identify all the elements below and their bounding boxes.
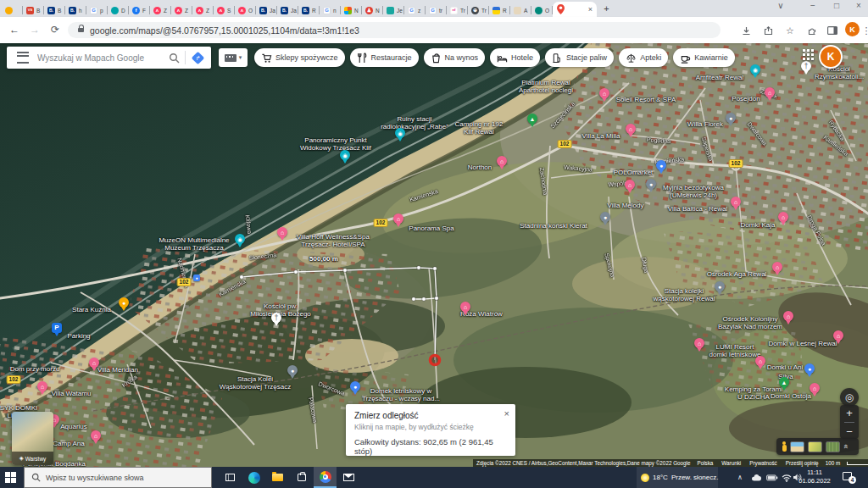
attribution-link-prześlij-opinię[interactable]: Prześlij opinię — [786, 460, 819, 466]
map-pin-northon[interactable]: ⌂ — [497, 156, 507, 172]
map-pin-roza-wiatrow[interactable]: ⌂ — [460, 302, 470, 318]
browser-tab-20[interactable]: Gz — [404, 3, 426, 17]
weather-widget[interactable]: 18°C Przew. słonecz. — [637, 467, 718, 488]
layers-button[interactable]: ◈ Warstwy — [12, 412, 53, 465]
maximize-button[interactable]: □ — [829, 1, 844, 10]
browser-tab-active-google-maps[interactable]: × — [553, 2, 597, 17]
onedrive-cloud-icon[interactable] — [749, 467, 763, 488]
file-explorer-icon[interactable] — [266, 467, 289, 488]
map-pin-soleil-resort[interactable]: ⌂ — [599, 88, 609, 104]
lock-icon[interactable] — [78, 28, 84, 32]
map-pin-myjnia-bezdotykowa[interactable]: ● — [646, 179, 656, 195]
new-tab-button[interactable]: + — [600, 3, 613, 15]
task-view-button[interactable] — [219, 467, 242, 488]
browser-tab-13[interactable]: B.Ja — [256, 3, 277, 17]
map-pin-camp-ana[interactable]: ⌂ — [91, 430, 101, 446]
url-text[interactable]: google.com/maps/@54.0767957,15.0001025,1… — [90, 25, 359, 36]
browser-tab-15[interactable]: B.R — [298, 3, 320, 17]
map-pin-camping-192[interactable]: ▲ — [527, 114, 537, 130]
map-pin-stacja-kolei-trzesacz[interactable]: ● — [287, 365, 298, 381]
browser-tab-2[interactable]: VSB — [23, 3, 44, 17]
zoom-out-button[interactable]: − — [846, 425, 853, 438]
extensions-puzzle-icon[interactable] — [805, 24, 819, 37]
map-pin-villa-hoff[interactable]: ⌂ — [277, 227, 287, 243]
minimize-button[interactable]: − — [805, 1, 821, 10]
map-pin-lumi-resort[interactable]: ⌂ — [694, 338, 704, 354]
map-pin-domek-letniskowy[interactable]: ● — [350, 381, 360, 397]
microsoft-store-icon[interactable] — [290, 467, 313, 488]
browser-tab-18[interactable]: ♟N — [362, 3, 383, 17]
back-button[interactable]: ← — [7, 23, 22, 36]
reload-button[interactable]: ⟳ — [47, 23, 63, 36]
map-pin-stara-kuznia[interactable]: ● — [119, 297, 129, 313]
chip-stacje-paliw[interactable]: Stacje paliw — [545, 48, 614, 67]
imagery-thumbnail[interactable] — [808, 441, 822, 452]
map-pin-villa-melody[interactable]: ⌂ — [625, 180, 635, 196]
browser-tab-22[interactable]: nfTr — [447, 3, 468, 17]
browser-tab-5[interactable]: Gp — [86, 3, 108, 17]
close-tab-icon[interactable]: × — [588, 6, 593, 14]
map-pin-parking[interactable]: P — [52, 323, 62, 339]
browser-tab-17[interactable]: N — [341, 3, 362, 17]
map-pin-polomarket[interactable]: ● — [656, 160, 666, 176]
attribution-link-warunki[interactable]: Warunki — [721, 460, 741, 466]
map-pin-kemping-u-dzicha[interactable]: ▲ — [779, 377, 789, 393]
map-pin-panoramiczny-punkt[interactable]: ◉ — [340, 150, 350, 166]
zoom-in-button[interactable]: + — [846, 407, 853, 419]
share-icon[interactable] — [761, 24, 775, 37]
keyboard-button[interactable]: ▾ — [219, 48, 248, 67]
browser-tab-10[interactable]: ʌZ — [192, 3, 214, 17]
tray-chevron-icon[interactable]: ∧ — [734, 467, 746, 488]
map-pin-ruiny-rabe[interactable]: ◉ — [395, 128, 405, 144]
map-pin-osrodek-aga-rewal[interactable]: ⌂ — [772, 262, 782, 278]
browser-tab-7[interactable]: fF — [129, 3, 150, 17]
attribution-link-prywatność[interactable]: Prywatność — [749, 460, 777, 466]
edge-icon[interactable] — [242, 467, 265, 488]
profile-avatar[interactable]: K — [845, 22, 860, 36]
browser-tab-16[interactable]: Gn — [320, 3, 341, 17]
collapse-icon[interactable]: « — [842, 444, 850, 448]
map-pin-villa-watamu[interactable]: ⌂ — [37, 381, 47, 397]
maps-search-bar[interactable]: Wyszukaj w Mapach Google ↱ — [7, 47, 211, 69]
map-pin-domki-w-lesnej[interactable]: ⌂ — [833, 330, 843, 347]
map-pin-amfiteatr-rewal[interactable]: ◉ — [750, 64, 760, 80]
google-apps-grid-icon[interactable] — [802, 48, 814, 60]
chip-sklepy-spożywcze[interactable]: Sklepy spożywcze — [254, 48, 345, 67]
map-pin-panorama-spa[interactable]: ⌂ — [393, 214, 403, 230]
map-pin-domki-u-ani[interactable]: ⌂ — [755, 356, 765, 372]
map-pin-villa-baltica[interactable]: ⌂ — [731, 197, 741, 213]
browser-tab-19[interactable]: Je — [383, 3, 404, 17]
my-location-button[interactable]: ◎ — [840, 388, 859, 407]
close-icon[interactable]: × — [504, 408, 509, 419]
imagery-thumbnail[interactable] — [790, 441, 804, 452]
browser-tab-25[interactable]: A — [510, 3, 531, 17]
map-pin-kosciol-milosierdzia[interactable]: † — [271, 313, 281, 329]
map-pin-domki-ostoja[interactable]: ⌂ — [810, 383, 820, 399]
address-bar[interactable]: google.com/maps/@54.0767957,15.0001025,1… — [68, 22, 721, 38]
browser-tab-3[interactable]: B.B — [44, 3, 65, 17]
attribution-link-polska[interactable]: Polska — [697, 460, 713, 466]
chip-apteki[interactable]: Apteki — [619, 48, 668, 67]
browser-tab-14[interactable]: B.Ja — [277, 3, 298, 17]
directions-button[interactable]: ↱ — [191, 51, 204, 64]
mail-icon[interactable] — [337, 467, 360, 488]
imagery-thumbnail[interactable] — [826, 441, 840, 452]
browser-tab-6[interactable]: D — [108, 3, 129, 17]
map-pin-silva[interactable]: ● — [804, 363, 815, 380]
side-panel-icon[interactable] — [826, 24, 839, 37]
forward-button[interactable]: → — [27, 23, 42, 36]
tab-search-icon[interactable]: ∨ — [773, 1, 788, 10]
browser-tab-21[interactable]: Gtr — [426, 3, 447, 17]
avatar[interactable]: K — [819, 45, 843, 69]
battery-icon[interactable] — [765, 467, 779, 488]
map-pin-posejdon[interactable]: ⌂ — [765, 87, 775, 103]
map-pin-stadnina-kierat[interactable]: ● — [600, 212, 610, 228]
map-pin-willa-florek[interactable]: ● — [726, 113, 736, 129]
map-pin-kosciol-rzymskokatolicki[interactable]: † — [801, 61, 811, 77]
taskbar-search-input[interactable]: Wpisz tu wyszukiwane słowa — [24, 467, 212, 488]
close-window-button[interactable]: × — [851, 1, 866, 10]
browser-tab-11[interactable]: ʌS — [214, 3, 235, 17]
map-pin-bus-stop[interactable]: ● — [193, 274, 200, 281]
taskbar-clock[interactable]: 11:11 01.06.2022 — [797, 469, 832, 485]
start-button[interactable] — [5, 472, 16, 483]
